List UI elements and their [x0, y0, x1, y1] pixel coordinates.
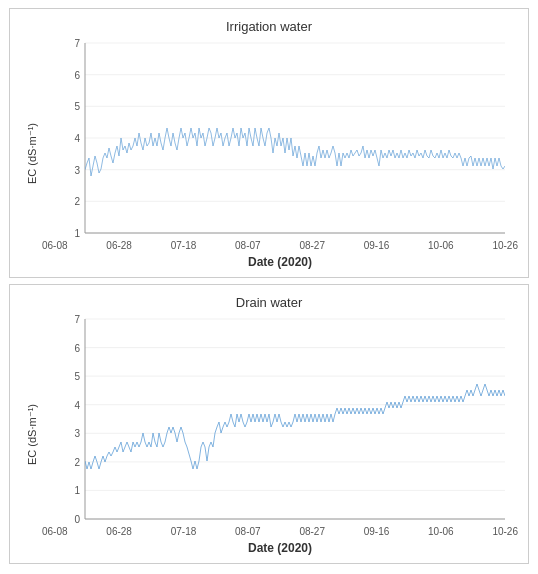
chart-drain-xlabels: 06-08 06-28 07-18 08-07 08-27 09-16 10-0…: [42, 524, 518, 537]
svg-text:2: 2: [74, 457, 80, 468]
svg-text:5: 5: [74, 371, 80, 382]
svg-text:4: 4: [74, 133, 80, 144]
svg-text:3: 3: [74, 428, 80, 439]
svg-text:6: 6: [74, 343, 80, 354]
chart-drain-title: Drain water: [20, 295, 518, 310]
chart-irrigation-xlabels: 06-08 06-28 07-18 08-07 08-27 09-16 10-0…: [42, 238, 518, 251]
chart-drain-ylabel: EC (dS·m⁻¹): [20, 314, 42, 555]
svg-text:3: 3: [74, 165, 80, 176]
chart-drain: Drain water EC (dS·m⁻¹): [9, 284, 529, 564]
svg-text:5: 5: [74, 101, 80, 112]
svg-rect-17: [85, 319, 505, 519]
svg-text:1: 1: [74, 485, 80, 496]
svg-text:6: 6: [74, 70, 80, 81]
svg-text:7: 7: [74, 314, 80, 325]
chart-irrigation-ylabel: EC (dS·m⁻¹): [20, 38, 42, 269]
chart-drain-svg: 7 6 5 4 3 2 1 0: [42, 314, 518, 524]
svg-text:7: 7: [74, 38, 80, 49]
chart-irrigation-svg: 7 6 5 4 3 2 1: [42, 38, 518, 238]
svg-text:1: 1: [74, 228, 80, 238]
chart-irrigation-xtitle: Date (2020): [42, 255, 518, 269]
svg-text:0: 0: [74, 514, 80, 524]
svg-text:2: 2: [74, 196, 80, 207]
chart-irrigation: Irrigation water EC (dS·m⁻¹): [9, 8, 529, 278]
chart-irrigation-title: Irrigation water: [20, 19, 518, 34]
svg-text:4: 4: [74, 400, 80, 411]
chart-drain-xtitle: Date (2020): [42, 541, 518, 555]
